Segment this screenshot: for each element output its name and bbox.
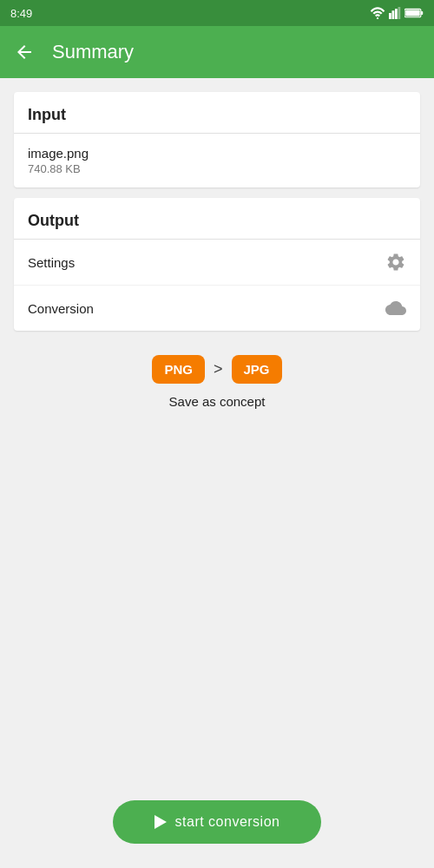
- svg-point-0: [377, 17, 378, 19]
- wifi-icon: [370, 7, 385, 19]
- input-file-row: image.png 740.88 KB: [14, 134, 420, 187]
- app-bar-title: Summary: [52, 41, 134, 63]
- signal-icon: [389, 7, 401, 19]
- app-bar: Summary: [0, 26, 434, 78]
- output-card-header: Output: [14, 198, 420, 240]
- to-format-badge[interactable]: JPG: [232, 355, 282, 384]
- svg-rect-1: [389, 13, 391, 19]
- bottom-area: start conversion: [0, 800, 434, 844]
- svg-rect-4: [398, 7, 401, 19]
- output-header-text: Output: [28, 212, 79, 229]
- back-button[interactable]: [14, 42, 35, 62]
- battery-icon: [404, 8, 424, 18]
- svg-rect-3: [395, 9, 398, 19]
- conversion-label: Conversion: [28, 301, 94, 316]
- cloud-icon: [385, 298, 406, 319]
- settings-label: Settings: [28, 255, 75, 270]
- file-info: image.png 740.88 KB: [28, 146, 89, 175]
- status-icons: [370, 7, 424, 19]
- conversion-row[interactable]: Conversion: [14, 286, 420, 331]
- arrow-separator: >: [214, 360, 223, 378]
- input-card: Input image.png 740.88 KB: [14, 92, 420, 187]
- svg-rect-7: [421, 11, 423, 15]
- svg-rect-2: [392, 10, 395, 19]
- settings-row[interactable]: Settings: [14, 240, 420, 286]
- conversion-badges-area: PNG > JPG: [14, 355, 420, 384]
- status-time: 8:49: [10, 7, 32, 20]
- play-icon: [155, 815, 167, 829]
- input-header-text: Input: [28, 106, 66, 123]
- output-card: Output Settings Conversion: [14, 198, 420, 331]
- save-concept-button[interactable]: Save as concept: [14, 394, 420, 409]
- content-area: Input image.png 740.88 KB Output Setting…: [0, 78, 434, 437]
- status-bar: 8:49: [0, 0, 434, 26]
- input-card-header: Input: [14, 92, 420, 134]
- start-button-label: start conversion: [175, 814, 280, 830]
- file-size: 740.88 KB: [28, 162, 89, 175]
- gear-icon: [385, 252, 406, 273]
- file-name: image.png: [28, 146, 89, 161]
- svg-rect-6: [405, 10, 420, 16]
- from-format-badge[interactable]: PNG: [152, 355, 205, 384]
- start-conversion-button[interactable]: start conversion: [113, 800, 322, 844]
